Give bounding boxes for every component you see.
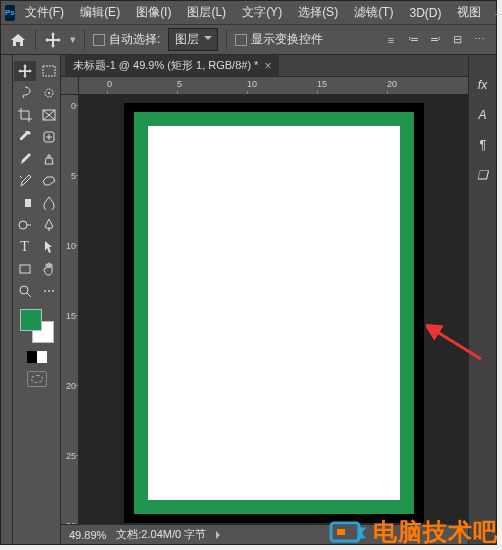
edit-toolbar[interactable]: ⋯ xyxy=(38,281,60,301)
close-tab-icon[interactable]: × xyxy=(264,59,271,73)
chevron-right-icon[interactable] xyxy=(216,531,224,539)
canvas[interactable] xyxy=(124,103,424,523)
canvas-region: 0 5 10 15 20 0 5 10 15 20 25 30 xyxy=(61,77,468,524)
show-transform-checkbox[interactable]: 显示变换控件 xyxy=(235,31,323,48)
ruler-tick: 25 xyxy=(62,451,76,461)
auto-select-checkbox[interactable]: 自动选择: xyxy=(93,31,160,48)
ruler-tick: 0 xyxy=(62,101,76,111)
foreground-swatch[interactable] xyxy=(20,309,42,331)
ruler-tick: 15 xyxy=(62,311,76,321)
mini-swatch-icon[interactable] xyxy=(27,351,47,363)
app-logo: Ps xyxy=(5,5,15,21)
gradient-tool[interactable] xyxy=(14,193,36,213)
menu-3d[interactable]: 3D(D) xyxy=(403,4,447,22)
quick-select-tool[interactable] xyxy=(38,83,60,103)
svg-rect-6 xyxy=(19,199,25,207)
lasso-tool[interactable] xyxy=(14,83,36,103)
align-icon[interactable]: ≕ xyxy=(426,32,444,48)
watermark-icon xyxy=(327,517,367,547)
menu-type[interactable]: 文字(Y) xyxy=(236,2,288,23)
align-icon[interactable]: ⊟ xyxy=(448,32,466,48)
ruler-tick: 15 xyxy=(317,79,327,89)
document-area: 未标题-1 @ 49.9% (矩形 1, RGB/8#) * × 0 5 10 … xyxy=(61,55,468,544)
ruler-tick: 20 xyxy=(62,381,76,391)
eraser-tool[interactable] xyxy=(38,171,60,191)
color-swatches[interactable] xyxy=(20,309,54,343)
options-bar: ▾ 自动选择: 图层 显示变换控件 ≡ ≔ ≕ ⊟ ⋯ xyxy=(1,25,496,55)
menu-file[interactable]: 文件(F) xyxy=(19,2,70,23)
character-panel-icon[interactable]: A xyxy=(473,105,493,125)
svg-point-2 xyxy=(48,92,50,94)
auto-select-dropdown[interactable]: 图层 xyxy=(168,28,218,51)
work-area: T ⋯ 未标题-1 @ 49.9% (矩形 1, RGB/8#) * xyxy=(1,55,496,544)
frame-tool[interactable] xyxy=(38,105,60,125)
blur-tool[interactable] xyxy=(38,193,60,213)
separator xyxy=(84,30,85,50)
canvas-viewport[interactable] xyxy=(79,95,468,524)
ruler-tick: 30 xyxy=(62,521,76,524)
watermark-text: 电脑技术吧 xyxy=(373,516,498,548)
ruler-origin[interactable] xyxy=(61,77,79,95)
move-tool[interactable] xyxy=(14,61,36,81)
path-select-tool[interactable] xyxy=(38,237,60,257)
hand-tool[interactable] xyxy=(38,259,60,279)
properties-panel-icon[interactable]: ❏ xyxy=(473,165,493,185)
ruler-tick: 0 xyxy=(107,79,112,89)
type-tool[interactable]: T xyxy=(14,237,36,257)
ruler-tick: 10 xyxy=(62,241,76,251)
svg-rect-12 xyxy=(337,529,345,535)
menu-layer[interactable]: 图层(L) xyxy=(181,2,232,23)
menu-filter[interactable]: 滤镜(T) xyxy=(348,2,399,23)
menu-view[interactable]: 视图 xyxy=(451,2,487,23)
checkbox-unchecked-icon xyxy=(93,34,105,46)
ruler-tick: 20 xyxy=(387,79,397,89)
separator xyxy=(226,30,227,50)
toolbox: T ⋯ xyxy=(13,55,61,544)
align-icon[interactable]: ≡ xyxy=(382,32,400,48)
history-brush-tool[interactable] xyxy=(14,171,36,191)
ruler-tick: 10 xyxy=(247,79,257,89)
home-icon[interactable] xyxy=(9,31,27,49)
rectangle-tool[interactable] xyxy=(14,259,36,279)
move-tool-icon[interactable] xyxy=(44,31,62,49)
document-tab[interactable]: 未标题-1 @ 49.9% (矩形 1, RGB/8#) * × xyxy=(65,55,279,76)
marquee-tool[interactable] xyxy=(38,61,60,81)
minimize-button[interactable]: — xyxy=(495,4,502,22)
left-strip xyxy=(1,55,13,544)
auto-select-label: 自动选择: xyxy=(109,31,160,48)
svg-point-7 xyxy=(19,221,27,229)
align-icons: ≡ ≔ ≕ ⊟ ⋯ xyxy=(382,32,488,48)
healing-brush-tool[interactable] xyxy=(38,127,60,147)
ruler-tick: 5 xyxy=(62,171,76,181)
rectangle-shape[interactable] xyxy=(134,112,414,514)
menu-select[interactable]: 选择(S) xyxy=(292,2,344,23)
ruler-horizontal[interactable]: 0 5 10 15 20 xyxy=(79,77,468,95)
layer-style-panel-icon[interactable]: fx xyxy=(473,75,493,95)
brush-tool[interactable] xyxy=(14,149,36,169)
more-icon[interactable]: ⋯ xyxy=(470,32,488,48)
svg-rect-8 xyxy=(20,265,30,273)
crop-tool[interactable] xyxy=(14,105,36,125)
show-transform-label: 显示变换控件 xyxy=(251,31,323,48)
menu-bar: Ps 文件(F) 编辑(E) 图像(I) 图层(L) 文字(Y) 选择(S) 滤… xyxy=(1,1,496,25)
pen-tool[interactable] xyxy=(38,215,60,235)
doc-info[interactable]: 文档:2.04M/0 字节 xyxy=(116,527,206,542)
paragraph-panel-icon[interactable]: ¶ xyxy=(473,135,493,155)
svg-point-9 xyxy=(20,286,28,294)
ruler-vertical[interactable]: 0 5 10 15 20 25 30 xyxy=(61,95,79,524)
svg-rect-0 xyxy=(43,66,55,76)
zoom-tool[interactable] xyxy=(14,281,36,301)
watermark: 电脑技术吧 xyxy=(327,516,498,548)
checkbox-unchecked-icon xyxy=(235,34,247,46)
photoshop-window: Ps 文件(F) 编辑(E) 图像(I) 图层(L) 文字(Y) 选择(S) 滤… xyxy=(0,0,497,545)
clone-stamp-tool[interactable] xyxy=(38,149,60,169)
zoom-level[interactable]: 49.89% xyxy=(69,529,106,541)
align-icon[interactable]: ≔ xyxy=(404,32,422,48)
eyedropper-tool[interactable] xyxy=(14,127,36,147)
separator xyxy=(35,30,36,50)
menu-image[interactable]: 图像(I) xyxy=(130,2,177,23)
dodge-tool[interactable] xyxy=(14,215,36,235)
menu-edit[interactable]: 编辑(E) xyxy=(74,2,126,23)
ruler-tick: 5 xyxy=(177,79,182,89)
quick-mask-toggle[interactable] xyxy=(27,371,47,387)
